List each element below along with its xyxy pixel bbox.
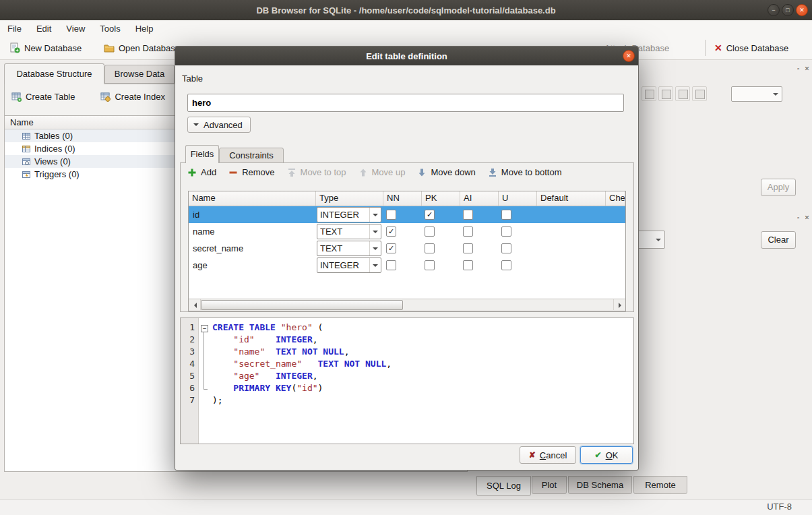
horizontal-scrollbar[interactable] [189,299,625,311]
tab-fields[interactable]: Fields [185,145,219,163]
dock-close-icon[interactable] [803,65,811,73]
code-fold-column[interactable] [199,318,210,444]
column-header-type[interactable]: Type [316,191,383,206]
arrow-down-bar-icon [488,168,497,177]
column-header-nn[interactable]: NN [383,191,422,206]
dialog-titlebar[interactable]: Edit table definition [175,47,638,65]
type-combo-value: TEXT [317,243,369,253]
check-cell[interactable] [606,257,625,274]
ai-checkbox[interactable] [463,260,473,270]
type-combo[interactable]: TEXT [317,224,381,239]
move-to-top-button[interactable]: Move to top [287,167,346,177]
cell-editor-tool-button[interactable] [692,86,707,101]
ai-checkbox[interactable] [463,210,473,220]
u-checkbox[interactable] [501,210,511,220]
cancel-button[interactable]: Cancel [520,446,576,464]
remove-field-button[interactable]: Remove [228,167,274,177]
pk-checkbox[interactable] [425,210,435,220]
column-header-default[interactable]: Default [537,191,606,206]
tab-db-schema[interactable]: DB Schema [568,476,632,494]
cell-editor-tool-button[interactable] [658,86,673,101]
type-combo[interactable]: INTEGER [317,207,381,222]
ok-button[interactable]: OK [580,446,633,464]
close-icon[interactable] [796,4,808,16]
default-cell[interactable] [537,240,606,257]
pk-checkbox[interactable] [425,243,435,253]
dock-float-icon[interactable] [794,65,802,73]
table-name-input[interactable] [187,94,624,112]
ai-checkbox[interactable] [463,243,473,253]
tab-constraints[interactable]: Constraints [219,148,284,163]
ai-checkbox[interactable] [463,226,473,237]
default-cell[interactable] [537,257,606,274]
field-name-cell[interactable]: name [189,223,316,240]
check-cell[interactable] [606,240,625,257]
u-checkbox[interactable] [501,226,511,237]
field-row[interactable]: ageINTEGER [189,257,625,274]
nn-checkbox[interactable] [386,243,396,253]
dock-close-icon[interactable] [803,214,811,222]
field-name-cell[interactable]: age [189,257,316,274]
apply-button[interactable]: Apply [761,179,796,196]
menu-edit[interactable]: Edit [29,22,59,36]
minimize-icon[interactable] [768,4,780,16]
window-titlebar[interactable]: DB Browser for SQLite - /home/user/code/… [0,0,812,20]
maximize-icon[interactable] [782,4,794,16]
tab-plot[interactable]: Plot [532,476,567,494]
menu-help[interactable]: Help [128,22,161,36]
advanced-toggle-button[interactable]: Advanced [187,117,251,133]
default-cell[interactable] [537,206,606,223]
tab-remote[interactable]: Remote [633,476,687,494]
toolbar-separator [705,40,706,56]
type-combo[interactable]: TEXT [317,241,381,256]
cell-editor-mode-combo[interactable] [731,86,782,102]
nn-checkbox[interactable] [386,210,396,220]
pk-checkbox[interactable] [425,226,435,237]
cell-editor-tool-button[interactable] [675,86,690,101]
check-cell[interactable] [606,223,625,240]
u-checkbox[interactable] [501,243,511,253]
column-header-u[interactable]: U [499,191,537,206]
add-field-button[interactable]: Add [187,167,216,177]
default-cell[interactable] [537,223,606,240]
tab-database-structure[interactable]: Database Structure [4,63,104,84]
column-header-check[interactable]: Che [606,191,625,206]
tab-browse-data[interactable]: Browse Data [104,65,175,84]
create-table-button[interactable]: Create Table [7,89,79,104]
nn-checkbox[interactable] [386,260,396,270]
column-header-pk[interactable]: PK [422,191,460,206]
clear-button[interactable]: Clear [761,231,796,249]
check-cell[interactable] [606,206,625,223]
nn-checkbox[interactable] [386,226,396,237]
field-row[interactable]: secret_nameTEXT [189,240,625,257]
scroll-right-icon[interactable] [613,299,625,310]
column-header-ai[interactable]: AI [460,191,499,206]
column-header-name[interactable]: Name [189,191,316,206]
dock-float-icon[interactable] [794,214,802,222]
field-row[interactable]: idINTEGER [189,206,625,223]
menu-tools[interactable]: Tools [92,22,127,36]
type-combo[interactable]: INTEGER [317,258,381,273]
menu-view[interactable]: View [59,22,92,36]
u-checkbox[interactable] [501,260,511,270]
open-database-button[interactable]: Open Database [101,39,183,57]
scrollbar-thumb[interactable] [201,300,403,310]
cell-editor-tool-button[interactable] [642,86,656,101]
fold-marker-icon[interactable] [199,322,210,334]
menu-file[interactable]: File [0,22,29,36]
move-to-bottom-button[interactable]: Move to bottom [488,167,562,177]
scroll-left-icon[interactable] [189,299,201,310]
tab-sql-log[interactable]: SQL Log [476,476,531,496]
sql-line: PRIMARY KEY("id") [212,383,633,395]
field-name-cell[interactable]: secret_name [189,240,316,257]
create-index-button[interactable]: Create Index [96,89,168,104]
sql-preview-editor[interactable]: 1234567 CREATE TABLE "hero" ( "id" INTEG… [180,317,634,444]
move-up-button[interactable]: Move up [358,167,406,177]
field-row[interactable]: nameTEXT [189,223,625,240]
field-name-cell[interactable]: id [189,206,316,223]
pk-checkbox[interactable] [425,260,435,270]
close-database-button[interactable]: Close Database [712,39,791,57]
dialog-close-icon[interactable] [623,50,635,62]
move-down-button[interactable]: Move down [417,167,475,177]
new-database-button[interactable]: New Database [7,39,84,57]
